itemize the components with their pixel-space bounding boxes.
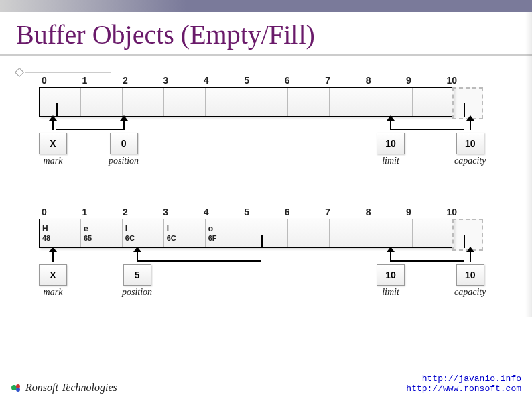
cell bbox=[40, 88, 81, 116]
cell: o6F bbox=[206, 219, 247, 247]
pointer-value: 10 bbox=[456, 133, 484, 154]
cell bbox=[371, 219, 413, 247]
pointer-label: position bbox=[109, 156, 139, 166]
buffer-cells: H48 e65 l6C l6C o6F bbox=[39, 219, 454, 248]
cell: H48 bbox=[40, 219, 81, 247]
bullet-decoration bbox=[16, 66, 117, 74]
pointer-limit: 10 limit bbox=[377, 248, 405, 298]
pointer-label: limit bbox=[382, 156, 399, 166]
pointer-label: mark bbox=[44, 287, 63, 298]
index: 1 bbox=[79, 207, 119, 217]
cell bbox=[413, 219, 454, 247]
company-name: Ronsoft Technologies bbox=[25, 382, 117, 394]
index: 6 bbox=[282, 75, 322, 86]
arrow-icon bbox=[470, 248, 471, 262]
arrow-icon bbox=[123, 117, 125, 130]
index: 8 bbox=[363, 207, 403, 217]
cell bbox=[371, 88, 413, 116]
index: 0 bbox=[39, 75, 79, 86]
top-accent-bar bbox=[0, 0, 532, 12]
pointer-value: X bbox=[39, 133, 67, 154]
pointer-value: 0 bbox=[110, 133, 138, 154]
index: 0 bbox=[39, 207, 79, 217]
pointer-value: 5 bbox=[123, 264, 151, 286]
arrow-icon bbox=[52, 248, 54, 262]
page-title: Buffer Objects (Empty/Fill) bbox=[0, 12, 532, 54]
pointer-label: position bbox=[122, 287, 152, 298]
pointer-position: 0 position bbox=[109, 117, 139, 166]
index: 5 bbox=[241, 75, 281, 86]
pointer-label: capacity bbox=[454, 156, 486, 166]
pointer-row: X mark 5 position 10 limit bbox=[39, 248, 508, 315]
link-ronsoft[interactable]: http://www.ronsoft.com bbox=[406, 384, 521, 394]
cell bbox=[330, 88, 371, 116]
buffer-diagram-fill: 0 1 2 3 4 5 6 7 8 9 10 H48 e65 l6C l6C o… bbox=[39, 207, 508, 315]
index-row: 0 1 2 3 4 5 6 7 8 9 10 bbox=[39, 207, 484, 217]
capacity-ghost-cell bbox=[452, 87, 483, 119]
pointer-value: 10 bbox=[377, 133, 405, 154]
index: 9 bbox=[403, 207, 444, 217]
pointer-label: capacity bbox=[454, 287, 486, 298]
pointer-capacity: 10 capacity bbox=[454, 117, 486, 166]
cell bbox=[81, 88, 123, 116]
index: 10 bbox=[444, 207, 484, 217]
index: 7 bbox=[322, 75, 362, 86]
pointer-value: 10 bbox=[456, 264, 484, 286]
cell bbox=[330, 219, 371, 247]
index: 4 bbox=[201, 207, 241, 217]
arrow-icon bbox=[52, 117, 54, 130]
arrow-icon bbox=[470, 117, 471, 130]
index: 5 bbox=[241, 207, 281, 217]
index: 2 bbox=[120, 207, 160, 217]
index: 2 bbox=[120, 75, 160, 86]
pointer-mark: X mark bbox=[39, 248, 67, 298]
cell: l6C bbox=[123, 219, 164, 247]
cell bbox=[288, 219, 330, 247]
svg-point-0 bbox=[11, 385, 17, 390]
cell bbox=[123, 88, 164, 116]
pointer-label: mark bbox=[44, 156, 63, 166]
arrow-icon bbox=[390, 117, 391, 130]
index: 10 bbox=[444, 75, 484, 86]
buffer-cells bbox=[39, 87, 454, 117]
pointer-row: X mark 0 position 10 limit bbox=[39, 117, 508, 184]
index: 8 bbox=[363, 75, 403, 86]
footer: Ronsoft Technologies http://javanio.info… bbox=[0, 374, 532, 394]
index: 7 bbox=[322, 207, 362, 217]
side-shadow bbox=[525, 12, 532, 317]
pointer-limit: 10 limit bbox=[377, 117, 405, 166]
arrow-icon bbox=[137, 248, 138, 262]
cell bbox=[288, 88, 330, 116]
pointer-mark: X mark bbox=[39, 117, 67, 166]
svg-point-2 bbox=[16, 388, 20, 392]
index-row: 0 1 2 3 4 5 6 7 8 9 10 bbox=[39, 75, 484, 86]
cell bbox=[247, 88, 289, 116]
index: 3 bbox=[160, 207, 200, 217]
pointer-value: 10 bbox=[377, 264, 405, 286]
cell: e65 bbox=[81, 219, 123, 247]
cell bbox=[206, 88, 247, 116]
pointer-position: 5 position bbox=[122, 248, 152, 298]
cell bbox=[247, 219, 289, 247]
index: 9 bbox=[403, 75, 444, 86]
arrow-icon bbox=[390, 248, 391, 262]
capacity-ghost-cell bbox=[452, 219, 483, 251]
pointer-capacity: 10 capacity bbox=[454, 248, 486, 298]
pointer-label: limit bbox=[382, 287, 399, 298]
link-javanio[interactable]: http://javanio.info bbox=[406, 374, 521, 384]
index: 4 bbox=[201, 75, 241, 86]
index: 6 bbox=[282, 207, 322, 217]
pointer-value: X bbox=[39, 264, 67, 286]
footer-links: http://javanio.info http://www.ronsoft.c… bbox=[406, 374, 521, 394]
cell bbox=[413, 88, 454, 116]
logo-icon bbox=[11, 382, 21, 393]
cell: l6C bbox=[164, 219, 206, 247]
index: 1 bbox=[79, 75, 119, 86]
index: 3 bbox=[160, 75, 200, 86]
buffer-diagram-empty: 0 1 2 3 4 5 6 7 8 9 10 bbox=[39, 75, 508, 184]
cell bbox=[164, 88, 206, 116]
